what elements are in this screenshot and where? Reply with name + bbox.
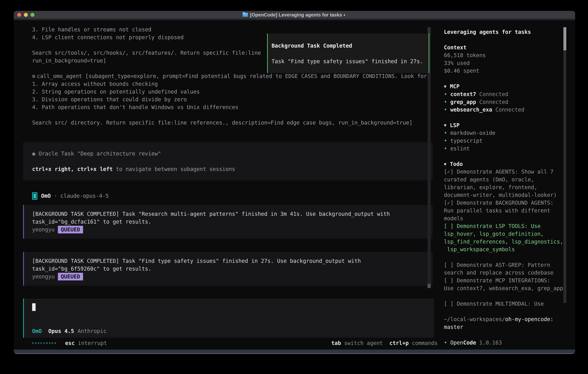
window-footer-strip xyxy=(14,350,575,353)
gear-icon: ⚙ xyxy=(32,73,35,79)
message-line: task_id="bg_dcfac161" to get results. xyxy=(32,218,433,226)
oracle-task-panel: ◉ Oracle Task "Deep architecture review"… xyxy=(23,142,433,180)
message-line: [BACKGROUND TASK COMPLETED] Task "Resear… xyxy=(32,210,433,218)
toast-body: Task "Find type safety issues" finished … xyxy=(272,58,429,65)
record-icon: ◉ xyxy=(32,151,35,157)
titlebar: [OpenCode] Leveraging agents for tasks ◐ xyxy=(14,11,575,19)
todo-line: [✓] Demonstrate AGENTS: Show all 7 xyxy=(444,168,568,176)
context-heading: Context xyxy=(444,44,568,52)
background-task-message: [BACKGROUND TASK COMPLETED] Task "Find t… xyxy=(23,252,433,286)
chat-line: 3. File handles or streams not closed xyxy=(23,26,433,33)
session-sidebar: Leveraging agents for tasks Context 66,5… xyxy=(444,28,568,346)
dot-separator: · xyxy=(54,193,57,199)
chat-scrollbar-thumb[interactable] xyxy=(428,284,431,288)
tool-call-text: call_omo_agent [subagent_type=explore, p… xyxy=(37,73,427,79)
status-badge: QUEUED xyxy=(58,226,83,233)
terminal-window: [OpenCode] Leveraging agents for tasks ◐… xyxy=(14,11,575,354)
input-agent: OmO xyxy=(32,327,42,335)
mcp-item: •context7Connected xyxy=(444,90,568,98)
toast-title: Background Task Completed xyxy=(272,42,429,50)
todo-line: Run parallel tasks with different xyxy=(444,207,568,215)
background-task-toast[interactable]: Background Task Completed Task "Find typ… xyxy=(267,33,429,73)
spinner-icon xyxy=(32,342,57,344)
product-name: Open xyxy=(450,340,463,346)
zoom-button[interactable] xyxy=(31,13,34,17)
todo-line: search and replace across codebase xyxy=(444,269,568,277)
todo-line: curated agents (OmO, oracle, xyxy=(444,176,568,184)
window-title-group: [OpenCode] Leveraging agents for tasks ◐ xyxy=(243,12,346,18)
todo-line: [ ] Demonstrate LSP TOOLS: Use xyxy=(444,222,568,230)
message-author: yeongyu xyxy=(32,227,55,233)
bullet-icon: • xyxy=(444,130,447,136)
omo-agent-icon xyxy=(32,192,37,200)
todo-section-header[interactable]: ▼Todo xyxy=(444,160,568,168)
folder-icon xyxy=(243,13,248,17)
context-used: 33% used xyxy=(444,59,568,67)
prompt-input[interactable]: OmOOpus 4.5Anthropic xyxy=(23,299,434,338)
todo-heading: Todo xyxy=(450,161,463,167)
window-title: [OpenCode] Leveraging agents for tasks ◐ xyxy=(250,12,346,18)
close-button[interactable] xyxy=(17,13,21,17)
todo-line: [ ] Demonstrate MULTIMODAL: Use xyxy=(444,300,568,308)
bullet-icon: • xyxy=(444,138,447,144)
oracle-task-title: Oracle Task "Deep architecture review" xyxy=(39,151,161,157)
titlebar-accent-line xyxy=(14,20,575,20)
lsp-item: •eslint xyxy=(444,145,568,152)
mcp-status: Connected xyxy=(495,107,524,113)
text-cursor xyxy=(32,303,36,311)
tool-call-item: 1. Array access without bounds checking xyxy=(23,80,433,88)
todo-line: [✓] Demonstrate BACKGROUND AGENTS: xyxy=(444,199,568,207)
tool-call-item: 2. String operations on potentially unde… xyxy=(23,88,433,96)
workspace-path: ~/local-workspaces/oh-my-opencode: xyxy=(444,315,568,323)
status-right-group: tabswitch agent ctrl+pcommands xyxy=(325,340,438,346)
todo-line: [ ] Demonstrate MCP INTEGRATIONS: xyxy=(444,277,568,284)
chevron-down-icon: ▼ xyxy=(444,84,446,89)
input-model: Opus 4.5 xyxy=(48,327,74,335)
ctrlp-key-hint: ctrl+p xyxy=(389,340,409,346)
agent-name: OmO xyxy=(41,193,51,199)
todo-line: lsp_workspace_symbols xyxy=(444,246,568,253)
mcp-name: context7 xyxy=(450,91,476,97)
esc-key-hint: esc xyxy=(65,340,75,346)
status-bar: esc interrupt tabswitch agent ctrl+pcomm… xyxy=(32,339,438,347)
lsp-item: •typescript xyxy=(444,137,568,145)
lsp-name: typescript xyxy=(450,138,483,144)
bullet-icon: • xyxy=(444,99,447,105)
hint-text: to navigate between subagent sessions xyxy=(113,166,235,172)
todo-line: librarian, explore, frontend, xyxy=(444,184,568,191)
minimize-button[interactable] xyxy=(24,13,28,17)
mcp-heading: MCP xyxy=(450,83,460,90)
todo-line: document-writer, multimodal-looker) xyxy=(444,191,568,199)
bullet-icon: • xyxy=(444,145,447,152)
todo-line: models xyxy=(444,215,568,222)
agent-session-row[interactable]: OmO·claude-opus-4-5 xyxy=(23,192,433,200)
product-name-bold: Code xyxy=(463,340,476,346)
context-spent: $0.46 spent xyxy=(444,67,568,75)
bullet-icon: • xyxy=(444,340,447,346)
tool-call-tail: Search src/ directory. Return specific f… xyxy=(23,119,433,127)
mcp-item: •grep_appConnected xyxy=(444,98,568,106)
message-line: task_id="bg_6f59260c" to get results. xyxy=(32,265,433,273)
lsp-heading: LSP xyxy=(450,122,460,128)
subagent-nav-hint: ctrl+x right, ctrl+x left to navigate be… xyxy=(32,165,433,173)
bullet-icon: • xyxy=(444,107,447,113)
message-line: [BACKGROUND TASK COMPLETED] Task "Find t… xyxy=(32,257,433,265)
mcp-section-header[interactable]: ▼MCP xyxy=(444,83,568,90)
input-meta-row: OmOOpus 4.5Anthropic xyxy=(32,327,107,335)
todo-line: [ ] Demonstrate AST-GREP: Pattern xyxy=(444,261,568,269)
version-row: •OpenCode1.0.163 xyxy=(444,339,568,347)
product-version: 1.0.163 xyxy=(479,340,502,346)
chevron-down-icon: ▼ xyxy=(444,162,446,166)
mcp-status: Connected xyxy=(479,91,508,97)
context-tokens: 66,518 tokens xyxy=(444,52,568,59)
tool-call-item: 3. Division operations that could divide… xyxy=(23,96,433,104)
mcp-status: Connected xyxy=(479,99,508,105)
lsp-section-header[interactable]: ▼LSP xyxy=(444,121,568,129)
workspace-path-prefix: ~/local-workspaces/ xyxy=(444,316,505,322)
hint-keys: ctrl+x right, ctrl+x left xyxy=(32,166,113,172)
esc-key-label: interrupt xyxy=(78,340,107,346)
lsp-name: markdown-oxide xyxy=(450,130,495,136)
tool-call-item: 4. Path operations that don't handle Win… xyxy=(23,104,433,111)
todo-line: lsp_hover, lsp_goto_definition, xyxy=(444,230,568,238)
bullet-icon: • xyxy=(444,91,447,97)
